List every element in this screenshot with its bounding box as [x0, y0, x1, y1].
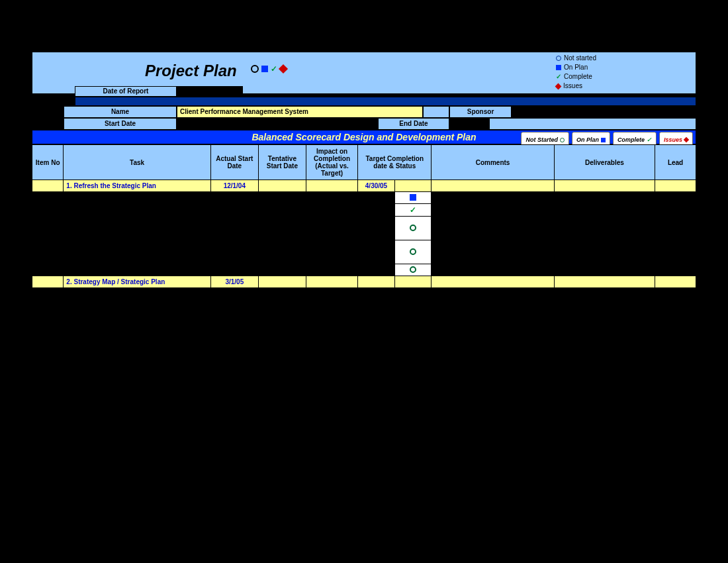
sponsor-value[interactable]	[512, 106, 696, 118]
cell-target-date[interactable]	[358, 217, 395, 240]
cell-task[interactable]	[64, 240, 210, 264]
cell-impact[interactable]	[306, 217, 357, 240]
cell-comments[interactable]	[432, 192, 554, 204]
table-row[interactable]: 1. Refresh the Strategic Plan12/1/044/30…	[32, 180, 696, 192]
project-name-value[interactable]: Client Performance Management System	[177, 106, 423, 118]
cell-target-date[interactable]	[358, 204, 395, 217]
task-table: Item No Task Actual Start Date Tentative…	[32, 144, 696, 288]
cell-target-date[interactable]	[358, 264, 395, 276]
end-date-value[interactable]	[449, 118, 489, 130]
date-of-report-label: Date of Report	[75, 86, 177, 97]
table-row[interactable]	[32, 264, 696, 276]
cell-actual-start[interactable]	[210, 192, 258, 204]
cell-deliverables[interactable]	[554, 204, 655, 217]
cell-comments[interactable]	[432, 180, 554, 192]
cell-lead[interactable]	[655, 180, 696, 192]
cell-impact[interactable]	[306, 264, 357, 276]
col-target: Target Completion date & Status	[358, 145, 432, 180]
cell-actual-start[interactable]: 12/1/04	[210, 180, 258, 192]
cell-comments[interactable]	[432, 217, 554, 240]
cell-tentative-start[interactable]	[258, 204, 306, 217]
cell-lead[interactable]	[655, 264, 696, 276]
cell-task[interactable]	[64, 217, 210, 240]
legend-not-started: Not started	[564, 54, 596, 63]
cell-target-date[interactable]	[358, 240, 395, 264]
cell-target-status[interactable]	[394, 276, 432, 288]
cell-comments[interactable]	[432, 264, 554, 276]
cell-item-no[interactable]	[32, 192, 64, 204]
cell-deliverables[interactable]	[554, 217, 655, 240]
cell-actual-start[interactable]	[210, 204, 258, 217]
cell-deliverables[interactable]	[554, 240, 655, 264]
date-of-report-row: Date of Report	[75, 86, 243, 97]
cell-target-date[interactable]	[358, 276, 395, 288]
cell-task[interactable]	[64, 264, 210, 276]
cell-actual-start[interactable]: 3/1/05	[210, 276, 258, 288]
cell-deliverables[interactable]	[554, 192, 655, 204]
start-date-value[interactable]	[177, 118, 378, 130]
cell-comments[interactable]	[432, 276, 554, 288]
table-row[interactable]: 2. Strategy Map / Strategic Plan3/1/05	[32, 276, 696, 288]
cell-impact[interactable]	[306, 180, 357, 192]
on-plan-icon	[556, 65, 561, 70]
cell-deliverables[interactable]	[554, 180, 655, 192]
cell-task[interactable]: 1. Refresh the Strategic Plan	[64, 180, 210, 192]
cell-impact[interactable]	[306, 204, 357, 217]
table-row[interactable]	[32, 240, 696, 264]
cell-target-status[interactable]	[394, 192, 432, 204]
cell-impact[interactable]	[306, 192, 357, 204]
cell-tentative-start[interactable]	[258, 180, 306, 192]
table-row[interactable]: ✓	[32, 204, 696, 217]
spacer	[423, 106, 449, 118]
cell-actual-start[interactable]	[210, 264, 258, 276]
issues-icon	[555, 83, 562, 89]
cell-comments[interactable]	[432, 240, 554, 264]
cell-tentative-start[interactable]	[258, 276, 306, 288]
start-date-label: Start Date	[64, 118, 177, 130]
cell-target-status[interactable]: ✓	[394, 204, 432, 217]
issues-icon	[684, 137, 689, 142]
on-plan-icon	[261, 66, 268, 72]
cell-target-status[interactable]	[394, 217, 432, 240]
cell-tentative-start[interactable]	[258, 192, 306, 204]
cell-actual-start[interactable]	[210, 217, 258, 240]
project-plan-sheet: Project Plan ✓ Not started On Plan ✓Comp…	[32, 52, 696, 94]
cell-deliverables[interactable]	[554, 264, 655, 276]
end-date-label: End Date	[378, 118, 449, 130]
col-lead: Lead	[655, 145, 696, 180]
cell-lead[interactable]	[655, 192, 696, 204]
cell-tentative-start[interactable]	[258, 217, 306, 240]
cell-tentative-start[interactable]	[258, 264, 306, 276]
cell-lead[interactable]	[655, 204, 696, 217]
cell-item-no[interactable]	[32, 276, 64, 288]
cell-task[interactable]	[64, 192, 210, 204]
cell-tentative-start[interactable]	[258, 240, 306, 264]
table-row[interactable]	[32, 192, 696, 204]
date-of-report-value[interactable]	[177, 86, 243, 97]
cell-target-date[interactable]: 4/30/05	[358, 180, 395, 192]
cell-item-no[interactable]	[32, 204, 64, 217]
cell-target-status[interactable]	[394, 240, 432, 264]
cell-item-no[interactable]	[32, 217, 64, 240]
cell-actual-start[interactable]	[210, 240, 258, 264]
cell-lead[interactable]	[655, 217, 696, 240]
cell-impact[interactable]	[306, 276, 357, 288]
cell-item-no[interactable]	[32, 180, 64, 192]
cell-deliverables[interactable]	[554, 276, 655, 288]
cell-item-no[interactable]	[32, 240, 64, 264]
cell-comments[interactable]	[432, 204, 554, 217]
cell-item-no[interactable]	[32, 264, 64, 276]
cell-impact[interactable]	[306, 240, 357, 264]
name-label: Name	[64, 106, 177, 118]
cell-lead[interactable]	[655, 276, 696, 288]
cell-task[interactable]: 2. Strategy Map / Strategic Plan	[64, 276, 210, 288]
col-actual-start: Actual Start Date	[210, 145, 258, 180]
complete-icon: ✓	[271, 64, 277, 74]
cell-lead[interactable]	[655, 240, 696, 264]
cell-target-date[interactable]	[358, 192, 395, 204]
cell-task[interactable]	[64, 204, 210, 217]
table-row[interactable]	[32, 217, 696, 240]
not-started-icon	[556, 56, 561, 61]
cell-target-status[interactable]	[394, 264, 432, 276]
cell-target-status[interactable]	[394, 180, 432, 192]
